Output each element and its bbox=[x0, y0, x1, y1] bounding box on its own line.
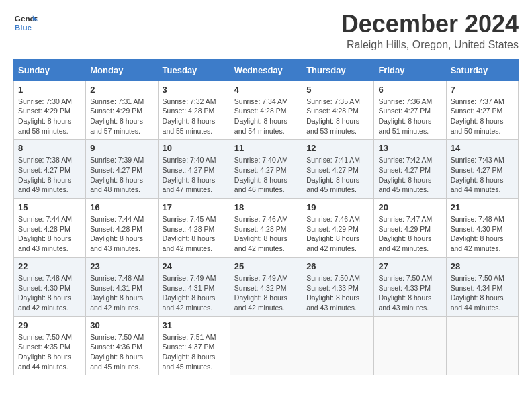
day-info: Sunrise: 7:30 AMSunset: 4:29 PMDaylight:… bbox=[18, 97, 81, 136]
calendar-header-row: Sunday Monday Tuesday Wednesday Thursday… bbox=[14, 59, 519, 81]
day-number: 20 bbox=[378, 202, 441, 212]
day-info: Sunrise: 7:35 AMSunset: 4:28 PMDaylight:… bbox=[306, 97, 369, 136]
day-info: Sunrise: 7:50 AMSunset: 4:33 PMDaylight:… bbox=[378, 273, 441, 313]
day-info: Sunrise: 7:48 AMSunset: 4:31 PMDaylight:… bbox=[90, 273, 153, 313]
week-row-2: 8Sunrise: 7:38 AMSunset: 4:27 PMDaylight… bbox=[14, 140, 519, 199]
day-info: Sunrise: 7:49 AMSunset: 4:31 PMDaylight:… bbox=[163, 273, 226, 313]
generalblue-logo-icon: General Blue bbox=[13, 11, 38, 35]
day-info: Sunrise: 7:41 AMSunset: 4:27 PMDaylight:… bbox=[306, 155, 369, 195]
day-info: Sunrise: 7:47 AMSunset: 4:29 PMDaylight:… bbox=[378, 214, 441, 254]
day-info: Sunrise: 7:50 AMSunset: 4:36 PMDaylight:… bbox=[90, 332, 153, 372]
calendar-cell: 26Sunrise: 7:50 AMSunset: 4:33 PMDayligh… bbox=[302, 257, 374, 316]
day-number: 27 bbox=[378, 261, 441, 271]
calendar-cell: 20Sunrise: 7:47 AMSunset: 4:29 PMDayligh… bbox=[374, 199, 446, 258]
day-info: Sunrise: 7:32 AMSunset: 4:28 PMDaylight:… bbox=[163, 97, 226, 136]
calendar-table: Sunday Monday Tuesday Wednesday Thursday… bbox=[13, 59, 519, 376]
col-saturday: Saturday bbox=[446, 59, 518, 81]
day-number: 8 bbox=[18, 143, 81, 153]
day-number: 18 bbox=[234, 202, 298, 212]
calendar-cell: 11Sunrise: 7:40 AMSunset: 4:27 PMDayligh… bbox=[230, 140, 302, 199]
calendar-cell: 21Sunrise: 7:48 AMSunset: 4:30 PMDayligh… bbox=[446, 199, 518, 258]
day-number: 7 bbox=[451, 85, 514, 95]
calendar-cell: 22Sunrise: 7:48 AMSunset: 4:30 PMDayligh… bbox=[14, 257, 86, 316]
day-info: Sunrise: 7:50 AMSunset: 4:35 PMDaylight:… bbox=[18, 332, 81, 372]
calendar-cell: 10Sunrise: 7:40 AMSunset: 4:27 PMDayligh… bbox=[158, 140, 230, 199]
day-number: 9 bbox=[90, 143, 153, 153]
calendar-cell: 3Sunrise: 7:32 AMSunset: 4:28 PMDaylight… bbox=[158, 81, 230, 140]
svg-text:Blue: Blue bbox=[15, 23, 32, 32]
calendar-cell: 18Sunrise: 7:46 AMSunset: 4:28 PMDayligh… bbox=[230, 199, 302, 258]
day-number: 11 bbox=[234, 143, 298, 153]
day-info: Sunrise: 7:44 AMSunset: 4:28 PMDaylight:… bbox=[18, 214, 81, 254]
page-subtitle: Raleigh Hills, Oregon, United States bbox=[341, 39, 519, 51]
day-number: 22 bbox=[18, 261, 81, 271]
day-info: Sunrise: 7:37 AMSunset: 4:27 PMDaylight:… bbox=[451, 97, 514, 136]
calendar-cell: 27Sunrise: 7:50 AMSunset: 4:33 PMDayligh… bbox=[374, 257, 446, 316]
calendar-cell bbox=[446, 316, 518, 375]
day-info: Sunrise: 7:51 AMSunset: 4:37 PMDaylight:… bbox=[163, 332, 226, 372]
day-info: Sunrise: 7:34 AMSunset: 4:28 PMDaylight:… bbox=[234, 97, 298, 136]
calendar-cell: 31Sunrise: 7:51 AMSunset: 4:37 PMDayligh… bbox=[158, 316, 230, 375]
day-info: Sunrise: 7:50 AMSunset: 4:34 PMDaylight:… bbox=[451, 273, 514, 313]
day-number: 17 bbox=[163, 202, 226, 212]
day-info: Sunrise: 7:48 AMSunset: 4:30 PMDaylight:… bbox=[451, 214, 514, 254]
calendar-cell: 30Sunrise: 7:50 AMSunset: 4:36 PMDayligh… bbox=[86, 316, 158, 375]
day-number: 26 bbox=[306, 261, 369, 271]
col-tuesday: Tuesday bbox=[158, 59, 230, 81]
day-number: 15 bbox=[18, 202, 81, 212]
day-number: 10 bbox=[163, 143, 226, 153]
day-number: 16 bbox=[90, 202, 153, 212]
col-thursday: Thursday bbox=[302, 59, 374, 81]
calendar-cell: 9Sunrise: 7:39 AMSunset: 4:27 PMDaylight… bbox=[86, 140, 158, 199]
day-info: Sunrise: 7:49 AMSunset: 4:32 PMDaylight:… bbox=[234, 273, 298, 313]
day-info: Sunrise: 7:44 AMSunset: 4:28 PMDaylight:… bbox=[90, 214, 153, 254]
calendar-cell: 17Sunrise: 7:45 AMSunset: 4:28 PMDayligh… bbox=[158, 199, 230, 258]
day-number: 4 bbox=[234, 85, 298, 95]
calendar-cell: 6Sunrise: 7:36 AMSunset: 4:27 PMDaylight… bbox=[374, 81, 446, 140]
day-number: 25 bbox=[234, 261, 298, 271]
day-number: 24 bbox=[163, 261, 226, 271]
day-number: 28 bbox=[451, 261, 514, 271]
week-row-1: 1Sunrise: 7:30 AMSunset: 4:29 PMDaylight… bbox=[14, 81, 519, 140]
col-monday: Monday bbox=[86, 59, 158, 81]
header: General Blue December 2024 Raleigh Hills… bbox=[13, 11, 519, 51]
calendar-cell: 12Sunrise: 7:41 AMSunset: 4:27 PMDayligh… bbox=[302, 140, 374, 199]
calendar-cell: 15Sunrise: 7:44 AMSunset: 4:28 PMDayligh… bbox=[14, 199, 86, 258]
week-row-5: 29Sunrise: 7:50 AMSunset: 4:35 PMDayligh… bbox=[14, 316, 519, 375]
calendar-cell bbox=[230, 316, 302, 375]
day-info: Sunrise: 7:40 AMSunset: 4:27 PMDaylight:… bbox=[234, 155, 298, 195]
day-info: Sunrise: 7:46 AMSunset: 4:28 PMDaylight:… bbox=[234, 214, 298, 254]
day-info: Sunrise: 7:42 AMSunset: 4:27 PMDaylight:… bbox=[378, 155, 441, 195]
day-number: 14 bbox=[451, 143, 514, 153]
calendar-cell: 24Sunrise: 7:49 AMSunset: 4:31 PMDayligh… bbox=[158, 257, 230, 316]
day-number: 30 bbox=[90, 320, 153, 330]
calendar-cell bbox=[302, 316, 374, 375]
day-number: 2 bbox=[90, 85, 153, 95]
page-title: December 2024 bbox=[341, 11, 519, 38]
calendar-cell: 5Sunrise: 7:35 AMSunset: 4:28 PMDaylight… bbox=[302, 81, 374, 140]
week-row-4: 22Sunrise: 7:48 AMSunset: 4:30 PMDayligh… bbox=[14, 257, 519, 316]
col-friday: Friday bbox=[374, 59, 446, 81]
week-row-3: 15Sunrise: 7:44 AMSunset: 4:28 PMDayligh… bbox=[14, 199, 519, 258]
calendar-cell: 28Sunrise: 7:50 AMSunset: 4:34 PMDayligh… bbox=[446, 257, 518, 316]
day-number: 12 bbox=[306, 143, 369, 153]
day-number: 5 bbox=[306, 85, 369, 95]
calendar-cell: 19Sunrise: 7:46 AMSunset: 4:29 PMDayligh… bbox=[302, 199, 374, 258]
calendar-cell: 4Sunrise: 7:34 AMSunset: 4:28 PMDaylight… bbox=[230, 81, 302, 140]
day-number: 23 bbox=[90, 261, 153, 271]
col-wednesday: Wednesday bbox=[230, 59, 302, 81]
calendar-cell: 23Sunrise: 7:48 AMSunset: 4:31 PMDayligh… bbox=[86, 257, 158, 316]
day-info: Sunrise: 7:31 AMSunset: 4:29 PMDaylight:… bbox=[90, 97, 153, 136]
calendar-cell: 16Sunrise: 7:44 AMSunset: 4:28 PMDayligh… bbox=[86, 199, 158, 258]
calendar-cell: 29Sunrise: 7:50 AMSunset: 4:35 PMDayligh… bbox=[14, 316, 86, 375]
day-info: Sunrise: 7:39 AMSunset: 4:27 PMDaylight:… bbox=[90, 155, 153, 195]
day-info: Sunrise: 7:40 AMSunset: 4:27 PMDaylight:… bbox=[163, 155, 226, 195]
day-info: Sunrise: 7:43 AMSunset: 4:27 PMDaylight:… bbox=[451, 155, 514, 195]
day-info: Sunrise: 7:50 AMSunset: 4:33 PMDaylight:… bbox=[306, 273, 369, 313]
day-number: 29 bbox=[18, 320, 81, 330]
day-number: 31 bbox=[163, 320, 226, 330]
day-info: Sunrise: 7:45 AMSunset: 4:28 PMDaylight:… bbox=[163, 214, 226, 254]
day-number: 6 bbox=[378, 85, 441, 95]
calendar-cell: 25Sunrise: 7:49 AMSunset: 4:32 PMDayligh… bbox=[230, 257, 302, 316]
day-info: Sunrise: 7:46 AMSunset: 4:29 PMDaylight:… bbox=[306, 214, 369, 254]
